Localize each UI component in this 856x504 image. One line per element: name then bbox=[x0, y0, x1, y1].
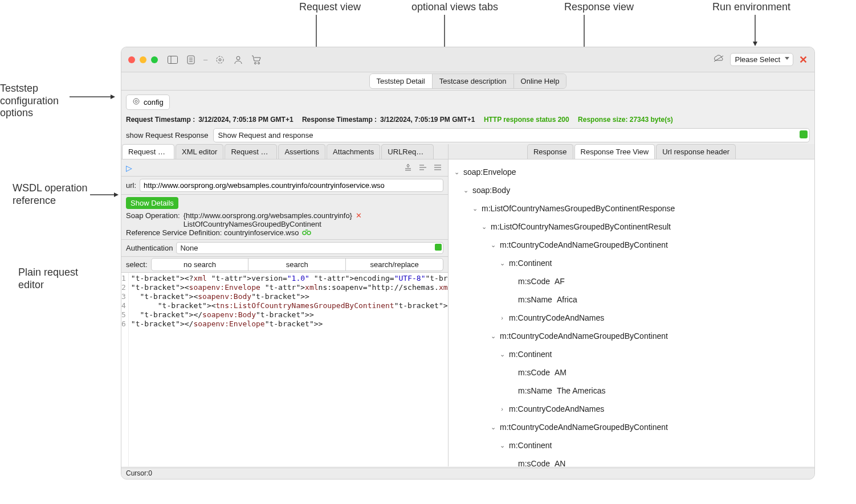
tree-node[interactable]: m:sCodeAN bbox=[449, 454, 814, 466]
response-tree[interactable]: ⌄soap:Envelope⌄soap:Body⌄m:ListOfCountry… bbox=[449, 159, 814, 466]
svg-point-33 bbox=[307, 231, 311, 235]
format-icon-1[interactable] bbox=[403, 163, 414, 173]
config-label: config bbox=[144, 98, 164, 106]
svg-point-20 bbox=[237, 56, 240, 60]
tab-url-response-header[interactable]: Url response header bbox=[656, 144, 736, 159]
editor-toolbar: ▷ bbox=[121, 159, 448, 177]
tree-node[interactable]: ⌄m:ListOfCountryNamesGroupedByContinentR… bbox=[449, 218, 814, 236]
tree-node[interactable]: ⌄m:Continent bbox=[449, 345, 814, 363]
tree-node[interactable]: ›m:CountryCodeAndNames bbox=[449, 400, 814, 418]
tab-testcase-description[interactable]: Testcase description bbox=[433, 74, 514, 88]
tab-assertions[interactable]: Assertions bbox=[278, 144, 325, 159]
request-pane: Request wit… XML editor Request wit… Ass… bbox=[121, 144, 449, 466]
config-button[interactable]: config bbox=[126, 95, 170, 110]
details-row: Show Details Soap Operation: {http://www… bbox=[121, 195, 448, 240]
show-details-button[interactable]: Show Details bbox=[126, 197, 178, 209]
tree-node[interactable]: ⌄m:Continent bbox=[449, 254, 814, 272]
auth-value: None bbox=[180, 244, 198, 252]
play-button[interactable]: ▷ bbox=[126, 163, 132, 173]
app-window: – Please Select ✕ Teststep Detail Testca… bbox=[121, 47, 815, 480]
maximize-window[interactable] bbox=[151, 56, 158, 63]
sync-icon[interactable] bbox=[214, 54, 226, 65]
dropdown-indicator-icon bbox=[800, 130, 808, 138]
arrow-wsdl bbox=[90, 192, 119, 197]
search-opt-search[interactable]: search bbox=[248, 259, 346, 271]
tree-node[interactable]: m:sNameThe Americas bbox=[449, 382, 814, 400]
auth-select[interactable]: None bbox=[176, 242, 443, 254]
tree-node[interactable]: ⌄soap:Envelope bbox=[449, 163, 814, 181]
search-opt-nosearch[interactable]: no search bbox=[152, 259, 249, 271]
response-timestamp-label: Response Timestamp : bbox=[302, 116, 377, 124]
tab-attachments[interactable]: Attachments bbox=[327, 144, 380, 159]
svg-marker-1 bbox=[111, 95, 115, 99]
line-gutter: 123456 bbox=[121, 273, 129, 466]
search-row: select: no search search search/replace bbox=[121, 257, 448, 273]
code-area[interactable]: "t-bracket"><?xml "t-attr">version="1.0"… bbox=[129, 273, 448, 466]
soap-operation-value: {http://www.oorsprong.org/websamples.cou… bbox=[184, 211, 352, 228]
xml-editor[interactable]: 123456 "t-bracket"><?xml "t-attr">versio… bbox=[121, 273, 448, 466]
environment-select[interactable]: Please Select bbox=[730, 53, 794, 66]
show-rr-select[interactable]: Show Request and response bbox=[213, 128, 810, 142]
svg-point-25 bbox=[135, 100, 137, 103]
response-size: Response size: 27343 byte(s) bbox=[578, 116, 673, 124]
sidebar-toggle-icon[interactable] bbox=[167, 54, 178, 65]
annot-optional-views: optional views tabs bbox=[411, 1, 498, 14]
gear-icon bbox=[132, 97, 140, 107]
tab-teststep-detail[interactable]: Teststep Detail bbox=[370, 74, 433, 88]
document-icon[interactable] bbox=[185, 54, 197, 65]
http-status: HTTP response status 200 bbox=[484, 116, 569, 124]
arrow-teststep bbox=[70, 95, 115, 99]
traffic-lights bbox=[128, 56, 158, 63]
tree-node[interactable]: m:sCodeAF bbox=[449, 272, 814, 290]
separator: – bbox=[203, 55, 207, 64]
tab-response-tree[interactable]: Response Tree View bbox=[574, 144, 655, 159]
tab-response[interactable]: Response bbox=[527, 144, 573, 159]
close-window[interactable] bbox=[128, 56, 135, 63]
svg-point-24 bbox=[133, 99, 139, 104]
format-icon-2[interactable] bbox=[418, 163, 429, 173]
arrow-runenv bbox=[752, 15, 758, 46]
response-pane: Response Response Tree View Url response… bbox=[449, 144, 814, 466]
minimize-window[interactable] bbox=[140, 56, 146, 63]
toolbar-icons: – bbox=[167, 54, 262, 65]
titlebar: – Please Select ✕ bbox=[121, 47, 814, 72]
annot-request-view: Request view bbox=[299, 1, 361, 14]
tree-node[interactable]: m:sNameAfrica bbox=[449, 290, 814, 309]
auth-row: Authentication None bbox=[121, 240, 448, 257]
auth-label: Authentication bbox=[126, 244, 173, 252]
offline-icon[interactable] bbox=[713, 55, 724, 64]
tab-url-request[interactable]: URLReques… bbox=[381, 144, 434, 159]
tab-request-with-1[interactable]: Request wit… bbox=[122, 144, 174, 159]
format-icon-3[interactable] bbox=[433, 163, 443, 173]
timestamp-row: Request Timestamp : 3/12/2024, 7:05:18 P… bbox=[121, 113, 814, 126]
tab-xml-editor[interactable]: XML editor bbox=[176, 144, 223, 159]
reference-service-label: Reference Service Definition: countryinf… bbox=[126, 228, 299, 237]
show-rr-value: Show Request and response bbox=[218, 131, 313, 140]
cart-icon[interactable] bbox=[251, 54, 262, 65]
tree-node[interactable]: m:sCodeAM bbox=[449, 363, 814, 382]
tree-node[interactable]: ›m:CountryCodeAndNames bbox=[449, 309, 814, 327]
tab-online-help[interactable]: Online Help bbox=[514, 74, 566, 88]
annot-wsdl: WSDL operation reference bbox=[13, 182, 87, 207]
close-x-button[interactable]: ✕ bbox=[799, 54, 808, 66]
url-label: url: bbox=[126, 181, 136, 190]
url-input[interactable] bbox=[140, 179, 443, 192]
svg-point-19 bbox=[219, 59, 221, 61]
tree-node[interactable]: ⌄m:tCountryCodeAndNameGroupedByContinent bbox=[449, 418, 814, 436]
dropdown-indicator-icon bbox=[435, 244, 442, 251]
tree-node[interactable]: ⌄m:tCountryCodeAndNameGroupedByContinent bbox=[449, 327, 814, 345]
tree-node[interactable]: ⌄soap:Body bbox=[449, 181, 814, 199]
svg-point-21 bbox=[255, 62, 256, 64]
tree-node[interactable]: ⌄m:Continent bbox=[449, 436, 814, 454]
request-timestamp-value: 3/12/2024, 7:05:18 PM GMT+1 bbox=[198, 116, 293, 124]
tab-request-with-2[interactable]: Request wit… bbox=[225, 144, 277, 159]
tree-node[interactable]: ⌄m:tCountryCodeAndNameGroupedByContinent bbox=[449, 236, 814, 254]
delete-operation-icon[interactable]: ✕ bbox=[356, 211, 362, 220]
user-icon[interactable] bbox=[233, 54, 244, 65]
svg-marker-11 bbox=[753, 42, 757, 46]
search-opt-replace[interactable]: search/replace bbox=[346, 259, 443, 271]
tree-node[interactable]: ⌄m:ListOfCountryNamesGroupedByContinentR… bbox=[449, 199, 814, 218]
binoculars-icon[interactable] bbox=[302, 228, 311, 237]
response-tabs: Response Response Tree View Url response… bbox=[449, 144, 814, 159]
soap-operation-label: Soap Operation: bbox=[126, 211, 180, 220]
